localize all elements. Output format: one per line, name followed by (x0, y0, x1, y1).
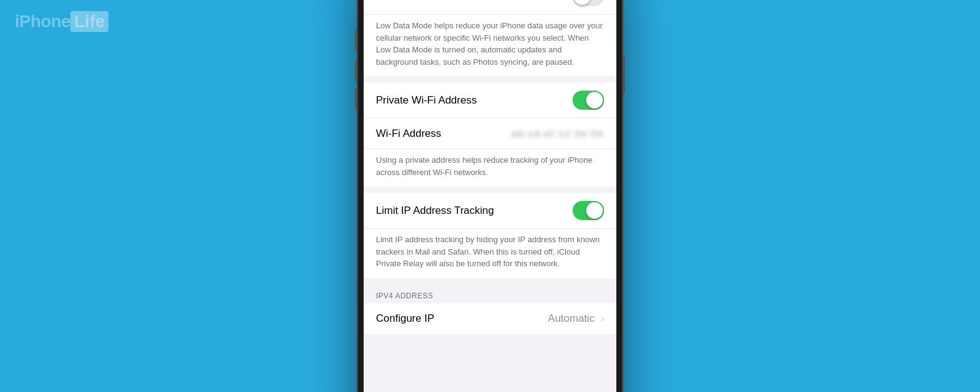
configure-ip-value-group: Automatic › (548, 312, 604, 325)
chevron-right-icon: › (601, 313, 604, 324)
low-data-mode-row[interactable]: Low Data Mode (364, 0, 616, 15)
separator-2 (364, 187, 616, 193)
private-wifi-address-toggle-knob (586, 92, 603, 108)
low-data-mode-description-text: Low Data Mode helps reduce your iPhone d… (376, 20, 604, 68)
private-wifi-description-text: Using a private address helps reduce tra… (376, 154, 604, 178)
ipv4-header-text: IPV4 ADDRESS (376, 292, 433, 300)
low-data-mode-label: Low Data Mode (376, 0, 449, 3)
low-data-mode-description: Low Data Mode helps reduce your iPhone d… (364, 15, 616, 76)
iphone-screen: Low Data Mode Low Data Mode helps reduce… (364, 0, 616, 392)
scrollable-area[interactable]: Low Data Mode Low Data Mode helps reduce… (364, 0, 616, 392)
private-wifi-address-row[interactable]: Private Wi-Fi Address (364, 83, 616, 118)
limit-ip-description-text: Limit IP address tracking by hiding your… (376, 234, 604, 270)
ipv4-header: IPV4 ADDRESS (364, 285, 616, 303)
settings-content: Low Data Mode Low Data Mode helps reduce… (364, 0, 616, 392)
low-data-mode-toggle[interactable] (573, 0, 604, 6)
configure-ip-label: Configure IP (376, 312, 435, 325)
configure-ip-section: Configure IP Automatic › (364, 303, 616, 334)
logo-iphone-text: iPhone (15, 12, 70, 31)
wifi-address-row: Wi-Fi Address ab:cd:ef:12:34:56 (364, 118, 616, 149)
limit-ip-tracking-toggle-knob (586, 202, 603, 219)
configure-ip-value: Automatic (548, 312, 595, 325)
private-wifi-section: Private Wi-Fi Address Wi-Fi Address ab:c… (364, 83, 616, 187)
separator-1 (364, 76, 616, 83)
low-data-mode-toggle-knob (574, 0, 590, 5)
limit-ip-tracking-toggle[interactable] (573, 201, 604, 220)
limit-ip-description: Limit IP address tracking by hiding your… (364, 229, 616, 279)
limit-ip-section: Limit IP Address Tracking Limit IP addre… (364, 193, 616, 279)
wifi-address-label: Wi-Fi Address (376, 128, 441, 140)
limit-ip-tracking-label: Limit IP Address Tracking (376, 205, 494, 217)
private-wifi-description: Using a private address helps reduce tra… (364, 149, 616, 187)
low-data-section: Low Data Mode Low Data Mode helps reduce… (364, 0, 616, 76)
separator-3 (364, 279, 616, 285)
logo: iPhoneLife (15, 11, 108, 32)
logo-life-text: Life (70, 11, 108, 32)
wifi-address-value: ab:cd:ef:12:34:56 (512, 128, 604, 139)
configure-ip-row[interactable]: Configure IP Automatic › (364, 303, 616, 334)
iphone-frame: Low Data Mode Low Data Mode helps reduce… (357, 0, 623, 392)
private-wifi-address-toggle[interactable] (573, 91, 604, 110)
limit-ip-tracking-row[interactable]: Limit IP Address Tracking (364, 193, 616, 229)
private-wifi-address-label: Private Wi-Fi Address (376, 94, 476, 107)
